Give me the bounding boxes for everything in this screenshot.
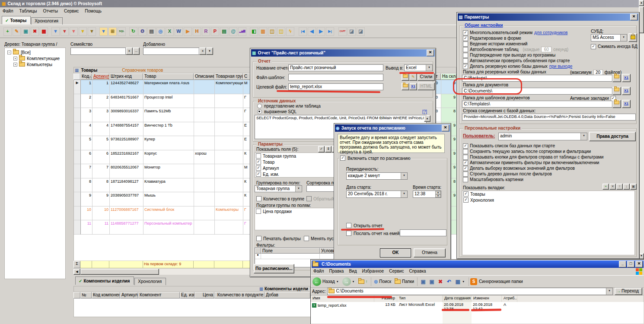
added-filter-input[interactable] xyxy=(143,48,199,55)
checkbox-icon[interactable]: ✓ xyxy=(463,143,468,149)
close-icon[interactable]: ✕ xyxy=(427,50,434,56)
image-prev-icon[interactable]: ◪ xyxy=(348,27,356,36)
checkbox-icon[interactable] xyxy=(463,155,468,160)
radio-selected-icon[interactable] xyxy=(257,109,262,114)
open-excel-icon[interactable]: X1 xyxy=(622,74,631,82)
header-cena[interactable]: Цена xyxy=(194,292,214,299)
personal-check-item[interactable]: ✓Показывать список баз данных при старте xyxy=(463,143,603,149)
personal-check-item[interactable]: Сохранять текущую запись после сортировк… xyxy=(463,149,603,154)
sync-icon[interactable]: S xyxy=(470,278,477,285)
checkbox-checked-icon[interactable]: ✓ xyxy=(463,64,468,69)
export-run-icon[interactable]: ▶ xyxy=(184,27,192,36)
checkbox-icon[interactable] xyxy=(463,53,468,58)
row-selector[interactable] xyxy=(74,150,81,165)
access-rights-button[interactable]: Права доступа xyxy=(589,132,636,141)
delete-record-icon[interactable]: ✖ xyxy=(31,27,39,36)
header-dobavleno[interactable]: Добав xyxy=(265,292,310,299)
tab-komponenty[interactable]: ✓Компоненты изделия xyxy=(75,276,134,285)
checkbox-checked-icon[interactable]: ✓ xyxy=(463,36,468,41)
start-time-input[interactable]: 12:38 ▲▼ xyxy=(413,191,441,198)
address-input[interactable]: C:\Documents▼ xyxy=(327,288,613,295)
export-pdf-icon[interactable]: P xyxy=(211,27,219,36)
clear-filter-button[interactable]: x xyxy=(126,48,133,55)
tab-khronologiya[interactable]: Хронология xyxy=(31,17,63,25)
close-icon[interactable]: ✕ xyxy=(442,125,449,131)
sync-label[interactable]: Синхронизация папки xyxy=(479,279,523,284)
export-excel-icon[interactable]: X xyxy=(166,27,174,36)
close-icon[interactable]: ✕ xyxy=(635,261,643,267)
user-label[interactable]: Пользователь: xyxy=(463,133,495,138)
header-attr[interactable]: Атриб... xyxy=(502,295,517,302)
back-button[interactable]: ←Назад▼ xyxy=(311,276,341,287)
editform-check[interactable]: ✓Редактирование в форме xyxy=(463,35,521,41)
lock-icon[interactable] xyxy=(628,33,637,42)
header-created[interactable]: Дата создания ▾ xyxy=(443,295,472,302)
forward-icon[interactable]: → xyxy=(342,277,351,286)
refresh-seconds-input[interactable]: 60 xyxy=(541,47,552,52)
search-button[interactable]: ◎Поиск xyxy=(373,276,393,287)
tree-item-komputery[interactable]: +Компьютеры xyxy=(13,61,65,67)
chart-icon[interactable]: ▂▅▇ xyxy=(238,27,246,36)
minimize-icon[interactable]: _ xyxy=(619,261,626,267)
checkbox-icon[interactable]: ✓ xyxy=(463,166,468,171)
header-opisanie[interactable]: Описание xyxy=(194,73,214,80)
radio-sql-row[interactable]: выражение SQL xyxy=(257,109,296,114)
browse-folder-icon[interactable] xyxy=(402,83,409,90)
chevron-down-icon[interactable]: ▼ xyxy=(401,173,407,179)
chevron-down-icon[interactable]: ▼ xyxy=(462,280,465,283)
header-name[interactable]: Имя xyxy=(311,295,374,302)
chevron-down-icon[interactable]: ▼ xyxy=(580,133,587,140)
menu-item[interactable]: Справка xyxy=(409,269,426,273)
check-updates-check[interactable]: Автоматически проверять обновления при с… xyxy=(463,58,570,64)
dropdown-arrow[interactable]: ▼ xyxy=(206,48,213,55)
up-button[interactable]: ↑ xyxy=(357,276,370,287)
tab-khronologiya-bottom[interactable]: Хронология xyxy=(134,278,166,285)
row-selector[interactable] xyxy=(74,220,81,235)
checkbox-icon[interactable]: ✓ xyxy=(256,172,261,177)
move-to-icon[interactable]: ▣ xyxy=(419,279,427,285)
check-all-icon[interactable]: ✓ xyxy=(318,146,325,152)
header-kod-komponenta[interactable]: Код компонента xyxy=(92,292,120,299)
tab-visibility-item[interactable]: ✓Хронология xyxy=(462,197,634,203)
capt-report-icon[interactable]: CAPT xyxy=(338,27,347,36)
chevron-down-icon[interactable]: ▼ xyxy=(401,191,407,197)
delete-filtered-icon[interactable]: ▦ xyxy=(40,27,48,36)
history-check[interactable]: Ведение истории изменений xyxy=(463,41,527,47)
header-nasklade[interactable]: На склад xyxy=(441,73,456,80)
copy-record-icon[interactable]: ▣ xyxy=(22,27,30,36)
radio-view-row[interactable]: представление или таблица xyxy=(257,104,321,108)
browse-folder-icon[interactable] xyxy=(612,74,621,82)
row-selector[interactable] xyxy=(74,108,81,122)
tree-item-all[interactable]: −[Все] xyxy=(6,49,65,55)
personal-check-item[interactable]: Строить дерево данных после фильтров xyxy=(463,171,603,177)
go-button[interactable]: →Переход xyxy=(615,288,642,295)
menu-item[interactable]: Вид xyxy=(349,269,357,273)
checkbox-icon[interactable] xyxy=(304,236,309,241)
checkbox-icon[interactable]: ✓ xyxy=(256,159,261,165)
start-date-select[interactable]: 20 Сентябрь 2018 г.▼ xyxy=(346,191,408,198)
checkbox-checked-icon[interactable]: ✓ xyxy=(463,30,468,35)
tree-expander-icon[interactable]: − xyxy=(7,51,11,54)
filter-cart-icon[interactable]: ▼ xyxy=(88,27,96,36)
add-tab-icon[interactable]: + xyxy=(603,184,609,190)
checkbox-icon[interactable] xyxy=(463,41,468,47)
filter-clear-icon[interactable]: ▼ xyxy=(70,27,78,36)
copy-tab-icon[interactable]: ▣ xyxy=(630,184,637,190)
header-gruppa[interactable]: Товарная группа xyxy=(214,73,243,80)
lightning-icon[interactable]: ϟ xyxy=(286,27,294,36)
scroll-thumb[interactable] xyxy=(80,269,159,275)
checkbox-icon[interactable]: ✓ xyxy=(256,165,261,171)
output-select[interactable]: Excel▼ xyxy=(404,64,433,71)
menu-item[interactable]: Файл xyxy=(3,9,13,13)
on-exit-link[interactable]: при выходе xyxy=(549,64,572,69)
new-row-icon[interactable]: * xyxy=(255,254,261,259)
delete-tab-icon[interactable]: ✕ xyxy=(609,184,616,190)
family-filter-input[interactable] xyxy=(70,48,126,55)
scroll-up-icon[interactable]: ▲ xyxy=(639,0,644,6)
header-ed-izm[interactable]: Ед. изм. xyxy=(180,292,194,299)
row-selector[interactable] xyxy=(74,164,81,178)
row-selector[interactable] xyxy=(74,178,81,193)
header-tovar[interactable]: Товар xyxy=(143,73,194,80)
docs-path-input[interactable]: C:\Documents\ xyxy=(462,88,612,95)
browse-filter-button[interactable]: ... xyxy=(133,48,140,55)
